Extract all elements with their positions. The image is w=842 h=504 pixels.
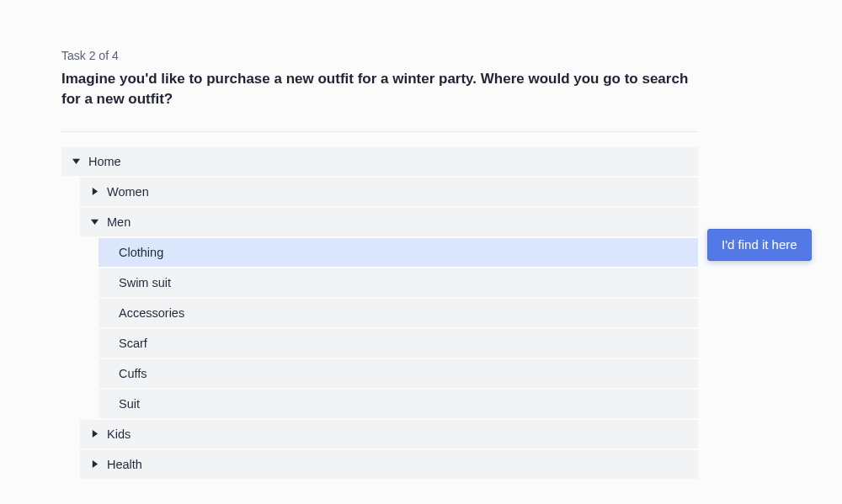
tree-item-label: Women [107,185,149,199]
tree-item-label: Clothing [119,246,163,259]
svg-marker-2 [91,220,99,225]
caret-down-icon [70,156,82,167]
caret-right-icon [88,459,100,470]
tree-item-label: Accessories [119,306,184,320]
tree-item-label: Health [107,458,142,471]
tree-item-women[interactable]: Women [80,178,698,206]
svg-marker-0 [72,159,80,164]
task-counter: Task 2 of 4 [61,49,698,62]
tree-item-label: Scarf [119,337,147,350]
tree-item-suit[interactable]: Suit [99,390,698,418]
tree-item-swimsuit[interactable]: Swim suit [99,268,698,297]
svg-marker-3 [92,430,97,438]
task-prompt: Imagine you'd like to purchase a new out… [61,69,698,109]
tree-item-scarf[interactable]: Scarf [99,329,698,358]
svg-marker-4 [92,460,97,468]
svg-marker-1 [92,188,97,195]
caret-down-icon [88,216,100,228]
find-it-here-button[interactable]: I'd find it here [707,229,812,261]
tree-item-label: Kids [107,427,131,441]
tree-item-label: Cuffs [119,367,147,380]
tree-item-label: Home [88,155,121,168]
tree-item-label: Men [107,215,131,229]
tree-item-men[interactable]: Men [80,208,698,236]
divider [61,131,698,132]
tree-item-health[interactable]: Health [80,450,698,479]
caret-right-icon [88,186,100,198]
navigation-tree: Home Women Men Clothing Swim suit [61,147,698,479]
caret-right-icon [88,428,100,440]
tree-item-cuffs[interactable]: Cuffs [99,359,698,388]
tree-item-label: Swim suit [119,276,171,289]
tree-item-label: Suit [119,397,140,411]
tree-item-clothing[interactable]: Clothing [99,238,698,267]
tree-item-home[interactable]: Home [61,147,698,176]
tree-item-accessories[interactable]: Accessories [99,299,698,327]
tree-item-kids[interactable]: Kids [80,420,698,448]
